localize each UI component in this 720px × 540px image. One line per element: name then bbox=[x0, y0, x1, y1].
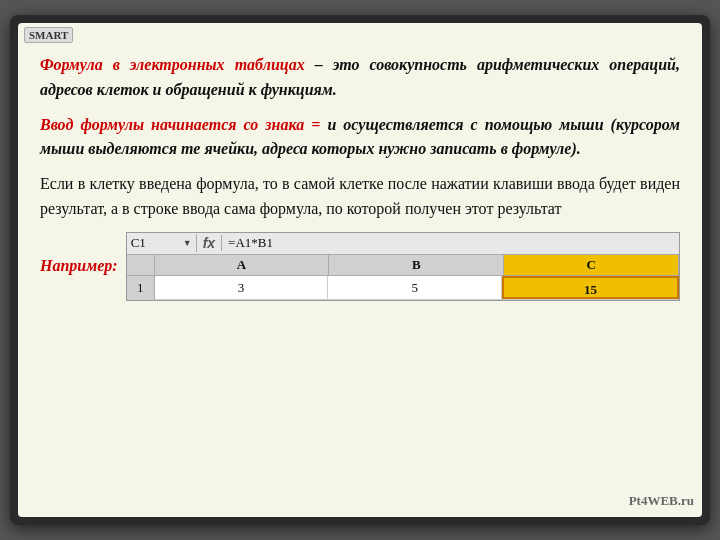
formula-content: =A1*B1 bbox=[222, 234, 279, 252]
logo: SMART bbox=[24, 27, 73, 43]
cell-reference-box[interactable]: C1 ▼ bbox=[127, 234, 197, 252]
formula-highlight: Формула в электронных таблицах bbox=[40, 56, 305, 73]
example-row: Например: C1 ▼ fx =A1*B1 A bbox=[40, 232, 680, 301]
cell-b1[interactable]: 5 bbox=[328, 276, 502, 299]
board-outer: SMART Формула в электронных таблицах – э… bbox=[10, 15, 710, 525]
input-highlight: Ввод формулы начинается со знака bbox=[40, 116, 304, 133]
cell-a1[interactable]: 3 bbox=[155, 276, 329, 299]
fx-icon: fx bbox=[197, 235, 222, 251]
formula-bar: C1 ▼ fx =A1*B1 bbox=[127, 233, 679, 255]
dropdown-arrow-icon[interactable]: ▼ bbox=[183, 238, 192, 248]
col-header-b: B bbox=[329, 255, 504, 275]
content: Формула в электронных таблицах – это сов… bbox=[40, 53, 680, 301]
col-header-a: A bbox=[155, 255, 330, 275]
spreadsheet: C1 ▼ fx =A1*B1 A B C bbox=[126, 232, 680, 301]
equals-sign: = bbox=[304, 116, 327, 133]
column-headers: A B C bbox=[127, 255, 679, 276]
paragraph-1: Формула в электронных таблицах – это сов… bbox=[40, 53, 680, 103]
watermark: Pt4WEB.ru bbox=[629, 493, 694, 509]
board-inner: SMART Формула в электронных таблицах – э… bbox=[18, 23, 702, 517]
table-row-1: 1 3 5 15 bbox=[127, 276, 679, 300]
paragraph-3: Если в клетку введена формула, то в само… bbox=[40, 172, 680, 222]
col-header-c: C bbox=[504, 255, 679, 275]
cell-ref-text: C1 bbox=[131, 235, 146, 251]
cell-c1[interactable]: 15 bbox=[502, 276, 679, 299]
example-label: Например: bbox=[40, 257, 118, 275]
row-number-1: 1 bbox=[127, 276, 155, 299]
corner-cell bbox=[127, 255, 155, 275]
paragraph-2: Ввод формулы начинается со знака = и осу… bbox=[40, 113, 680, 163]
